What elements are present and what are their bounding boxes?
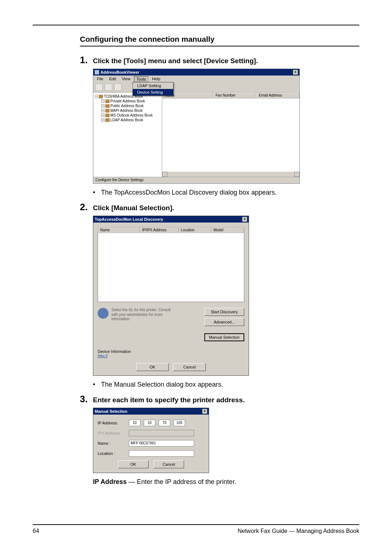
device-information-link[interactable]: http://: [98, 354, 108, 358]
expand-icon[interactable]: −: [95, 95, 98, 98]
folder-icon: [105, 114, 110, 117]
column-fax[interactable]: Fax Number: [213, 93, 256, 98]
dot-icon: .: [170, 421, 173, 425]
expand-icon[interactable]: +: [101, 118, 105, 122]
toolbar: [93, 83, 299, 93]
expand-icon[interactable]: +: [101, 104, 105, 107]
folder-icon: [99, 95, 103, 98]
tree-label: MAPI Address Book: [110, 109, 143, 113]
footer-title: Network Fax Guide — Managing Address Boo…: [238, 528, 359, 534]
dot-icon: .: [155, 421, 159, 425]
step-2: 2. Click [Manual Selection].: [80, 201, 359, 213]
window-titlebar: AddressBookViewer ×: [93, 69, 299, 76]
info-text: Select the GL for this printer. Consult …: [111, 308, 173, 322]
start-discovery-button[interactable]: Start Discovery: [204, 308, 244, 316]
window-titlebar: Manual Selection ×: [93, 408, 209, 415]
ok-button[interactable]: OK: [136, 363, 169, 371]
name-label: Name :: [98, 441, 129, 445]
ip-address-input[interactable]: 10 . 10 . 70 . 105: [129, 420, 185, 426]
name-input[interactable]: MFP 00C67861: [129, 440, 194, 447]
ip-octet-4[interactable]: 105: [173, 420, 185, 426]
page-number: 64: [33, 528, 39, 534]
device-list: [98, 233, 244, 302]
folder-icon: [105, 99, 110, 103]
toolbar-button[interactable]: [114, 83, 122, 91]
menu-help[interactable]: Help: [150, 76, 163, 82]
menu-item-device-setting[interactable]: Device Setting: [133, 89, 173, 95]
name-row: Name : MFP 00C67861: [98, 440, 204, 447]
tree-panel: − TOSHIBA Address Book + Private Address…: [93, 93, 162, 177]
column-location[interactable]: Location: [179, 227, 211, 233]
column-model[interactable]: Model: [211, 227, 244, 233]
bullet-text: The TopAccessDocMon Local Discovery dial…: [101, 189, 277, 196]
expand-icon[interactable]: +: [101, 109, 105, 112]
menu-tools[interactable]: Tools: [134, 76, 148, 82]
bullet-1: • The TopAccessDocMon Local Discovery di…: [93, 189, 359, 196]
app-icon: [95, 70, 99, 74]
ipx-address-label: IPX Address:: [98, 431, 129, 435]
ip-octet-1[interactable]: 10: [129, 420, 140, 426]
column-name[interactable]: Name: [98, 227, 140, 233]
ip-octet-2[interactable]: 10: [144, 420, 155, 426]
step-2-text: Click [Manual Selection].: [93, 204, 174, 212]
scroll-left-icon[interactable]: [162, 172, 167, 177]
tree-label: MS Outlook Address Book: [110, 113, 153, 117]
horizontal-scrollbar[interactable]: [162, 172, 299, 177]
location-row: Location :: [98, 450, 204, 457]
expand-icon[interactable]: +: [101, 114, 105, 117]
tree-node[interactable]: + MAPI Address Book: [101, 108, 160, 113]
ip-address-label: IP Address:: [98, 421, 129, 425]
list-body: [162, 98, 299, 177]
bullet-icon: •: [93, 189, 95, 196]
menu-item-ldap-setting[interactable]: LDAP Setting: [133, 82, 173, 89]
tree-node[interactable]: + MS Outlook Address Book: [101, 113, 160, 118]
window-title: TopAccessDocMon Local Discovery: [95, 217, 163, 221]
screenshot-addressbookviewer: AddressBookViewer × File Edit View Tools…: [93, 69, 300, 184]
step-3-number: 3.: [80, 394, 89, 405]
location-label: Location :: [98, 451, 129, 456]
scroll-right-icon[interactable]: [294, 172, 299, 177]
toolbar-button[interactable]: [105, 83, 112, 91]
expand-icon[interactable]: +: [101, 99, 105, 103]
location-input[interactable]: [129, 450, 194, 457]
manual-selection-button[interactable]: Manual Selection: [204, 333, 244, 341]
window-title: Manual Selection: [95, 409, 127, 414]
menu-view[interactable]: View: [120, 76, 133, 82]
note-text: — Enter the IP address of the printer.: [127, 478, 236, 485]
tree-label: LDAP Address Book: [110, 118, 143, 122]
list-panel: Name Fax Number Email Address: [162, 93, 299, 177]
section-title: Configuring the connection manually: [80, 35, 359, 46]
list-header: Name IP/IPX Address Location Model: [98, 227, 244, 233]
cancel-button[interactable]: Cancel: [154, 460, 184, 468]
ok-button[interactable]: OK: [118, 460, 148, 468]
close-icon[interactable]: ×: [293, 70, 298, 75]
column-ip[interactable]: IP/IPX Address: [140, 227, 179, 233]
advanced-button[interactable]: Advanced...: [204, 318, 244, 326]
ip-address-note: IP Address — Enter the IP address of the…: [93, 478, 359, 486]
folder-icon: [105, 104, 110, 108]
ipx-address-input: [129, 430, 194, 436]
close-icon[interactable]: ×: [202, 409, 207, 414]
screenshot-local-discovery: TopAccessDocMon Local Discovery × Name I…: [93, 216, 249, 376]
menu-edit[interactable]: Edit: [107, 76, 118, 82]
cancel-button[interactable]: Cancel: [173, 363, 206, 371]
menu-file[interactable]: File: [95, 76, 106, 82]
tree-node[interactable]: + Public Address Book: [101, 103, 160, 108]
screenshot-manual-selection: Manual Selection × IP Address: 10 . 10 .…: [93, 408, 209, 473]
step-3: 3. Enter each item to specify the printe…: [80, 394, 359, 405]
ip-address-row: IP Address: 10 . 10 . 70 . 105: [98, 420, 204, 426]
info-icon: [98, 308, 109, 319]
window-titlebar: TopAccessDocMon Local Discovery ×: [93, 216, 249, 223]
folder-icon: [105, 118, 110, 122]
column-email[interactable]: Email Address: [256, 93, 299, 98]
ip-octet-3[interactable]: 70: [159, 420, 170, 426]
step-1-text: Click the [Tools] menu and select [Devic…: [93, 57, 258, 65]
note-term: IP Address: [93, 478, 127, 485]
device-information: Device Information http://: [98, 349, 244, 358]
page-footer: 64 Network Fax Guide — Managing Address …: [33, 524, 359, 534]
close-icon[interactable]: ×: [242, 217, 247, 222]
toolbar-button[interactable]: [95, 83, 103, 91]
tree-node[interactable]: + LDAP Address Book: [101, 118, 160, 122]
folder-icon: [105, 109, 110, 113]
tree-node[interactable]: + Private Address Book: [101, 99, 160, 103]
